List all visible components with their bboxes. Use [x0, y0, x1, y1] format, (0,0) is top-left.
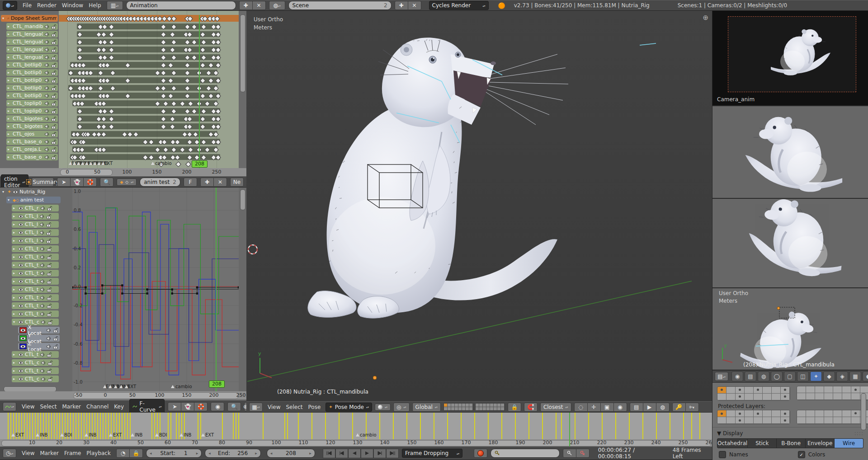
display-mode-stick[interactable]: Stick — [748, 438, 777, 448]
timeline-keyframe-line[interactable] — [575, 413, 576, 439]
keyframe-diamond[interactable] — [214, 16, 220, 22]
lock-icon[interactable] — [51, 155, 57, 160]
layer-toggle[interactable] — [501, 404, 505, 407]
lock-icon[interactable] — [51, 139, 57, 145]
lock-icon[interactable] — [51, 62, 57, 68]
action-unlink-button[interactable]: ✕ — [214, 178, 227, 187]
expand-triangle-icon[interactable]: ▸ — [13, 352, 17, 357]
mute-speaker-icon[interactable] — [40, 246, 45, 252]
layer-toggle[interactable] — [490, 404, 494, 407]
dope-key-strip[interactable] — [59, 92, 239, 99]
editor-type-button[interactable]: ▤▴▾ — [715, 372, 728, 381]
prev-keyframe-button[interactable] — [335, 449, 348, 458]
layer-toggle[interactable] — [824, 386, 833, 393]
region-expand-plus-icon[interactable]: ⊕ — [703, 14, 708, 22]
layer-toggle[interactable] — [842, 410, 851, 417]
menu-help[interactable]: Help — [86, 1, 103, 9]
layer-toggle[interactable] — [833, 410, 842, 417]
visibility-eye-icon[interactable] — [18, 214, 24, 219]
expand-triangle-icon[interactable]: ▾ — [13, 320, 17, 324]
graph-bone-channel-row[interactable]: ▸CTL_t — [12, 270, 59, 277]
lock-icon[interactable] — [46, 222, 52, 227]
dope-summary-row[interactable]: ▾⌕Dope Sheet Summ — [1, 15, 58, 22]
menu-window[interactable]: Window — [60, 1, 85, 9]
expand-triangle-icon[interactable]: ▸ — [13, 271, 17, 275]
timeline-keyframe-line[interactable] — [100, 413, 101, 439]
mute-speaker-icon[interactable] — [44, 62, 50, 68]
screen-layout-field[interactable]: Animation — [126, 1, 236, 10]
current-frame-field[interactable]: ◂208▸ — [267, 449, 315, 458]
layer-toggle[interactable] — [501, 407, 505, 410]
graph-vertical-scrollbar[interactable] — [240, 189, 245, 210]
lock-icon[interactable] — [51, 93, 57, 99]
layer-toggle[interactable] — [479, 404, 483, 407]
detail-view-panel[interactable]: y User Ortho Meters (208) Nutria_Rig : C… — [712, 288, 868, 371]
mute-speaker-icon[interactable] — [40, 352, 45, 357]
layer-toggle[interactable] — [745, 410, 754, 417]
jump-to-end-button[interactable] — [386, 449, 399, 458]
dope-channel-row[interactable]: ▸CTL_toplip0 — [6, 108, 58, 114]
channel-color-eye-icon[interactable] — [19, 343, 27, 349]
graph-bone-channel-row[interactable]: ▸CTL_t — [12, 302, 59, 309]
visibility-eye-icon[interactable] — [18, 222, 24, 227]
timeline-keyframe-line[interactable] — [352, 413, 353, 439]
expand-triangle-icon[interactable]: ▸ — [13, 304, 17, 308]
timeline-keyframe-line[interactable] — [24, 413, 25, 439]
expand-triangle-icon[interactable]: ▾ — [2, 16, 6, 20]
properties-tab-constraints[interactable]: ◫ — [797, 371, 809, 381]
lock-icon[interactable] — [51, 85, 57, 91]
timeline-keyframe-line[interactable] — [32, 413, 33, 439]
expand-triangle-icon[interactable]: ▸ — [8, 117, 11, 121]
timeline-menu-frame[interactable]: Frame — [62, 449, 83, 457]
layer-toggle[interactable] — [458, 404, 462, 407]
dope-channel-row[interactable]: ▸CTL_base_o — [6, 138, 58, 145]
layer-toggle[interactable] — [455, 407, 458, 410]
timeline-keyframe-line[interactable] — [51, 413, 52, 439]
lock-icon[interactable] — [46, 230, 52, 235]
expand-triangle-icon[interactable]: ▸ — [8, 86, 11, 90]
timeline-keyframe-line[interactable] — [287, 413, 288, 439]
mute-speaker-icon[interactable] — [44, 139, 50, 145]
names-checkbox[interactable]: Names — [719, 451, 748, 458]
frame-end-field[interactable]: ◂End: 256▸ — [205, 449, 260, 458]
timeline-current-frame-line[interactable] — [569, 413, 570, 446]
mute-speaker-icon[interactable] — [39, 238, 45, 244]
camera-preview-panel[interactable]: Camera_anim — [712, 11, 868, 106]
timeline-keyframe-line[interactable] — [528, 413, 529, 439]
expand-triangle-icon[interactable]: ▸ — [13, 287, 17, 291]
expand-triangle-icon[interactable]: ▸ — [13, 361, 17, 365]
delete-keyframe-button[interactable] — [576, 449, 590, 458]
expand-triangle-icon[interactable]: ▸ — [13, 214, 17, 218]
play-reverse-button[interactable] — [348, 449, 361, 458]
lock-icon[interactable] — [47, 376, 53, 382]
timeline-keyframe-line[interactable] — [588, 413, 589, 439]
visibility-eye-icon[interactable] — [18, 206, 24, 211]
mute-speaker-icon[interactable] — [40, 279, 45, 284]
mute-speaker-icon[interactable] — [40, 303, 45, 309]
fcurve-mode-select[interactable]: F-Curve▴▾ — [129, 399, 165, 414]
render-engine-select[interactable]: Cycles Render▴▾ — [429, 1, 489, 10]
show-errors-icon[interactable]: 🛟 — [194, 402, 208, 411]
layer-toggle[interactable] — [754, 417, 763, 424]
properties-tab-world[interactable]: ◯ — [771, 371, 783, 381]
fcurves-plot[interactable] — [72, 188, 239, 391]
dope-channel-row[interactable]: ▸CTL_bigotes — [6, 123, 58, 130]
layer-toggle[interactable] — [806, 386, 815, 393]
viewport-menu-view[interactable]: View — [265, 403, 283, 411]
graph-ruler[interactable]: -50050100150200250 — [0, 391, 246, 399]
dope-channel-row[interactable]: ▸CTL_botlip0 — [6, 69, 58, 76]
menu-file[interactable]: File — [20, 1, 34, 9]
display-mode-octahedral[interactable]: Octahedral — [717, 438, 748, 448]
visibility-eye-icon[interactable] — [18, 238, 24, 244]
timeline-keyframe-line[interactable] — [97, 413, 98, 439]
timeline-keyframe-line[interactable] — [602, 413, 603, 439]
only-selected-icon[interactable]: ➤ — [168, 402, 181, 411]
layout-add-button[interactable]: ✚ — [239, 1, 253, 10]
layer-toggle[interactable] — [448, 404, 451, 407]
object-origin-dot[interactable] — [373, 376, 377, 380]
layer-toggle[interactable] — [815, 386, 824, 393]
manipulator-icon[interactable]: ✛ — [588, 403, 601, 412]
dope-vertical-scrollbar[interactable] — [240, 14, 245, 92]
graph-bone-channel-row[interactable]: ▸CTL_t — [12, 286, 59, 293]
layer-toggle[interactable] — [476, 404, 479, 407]
